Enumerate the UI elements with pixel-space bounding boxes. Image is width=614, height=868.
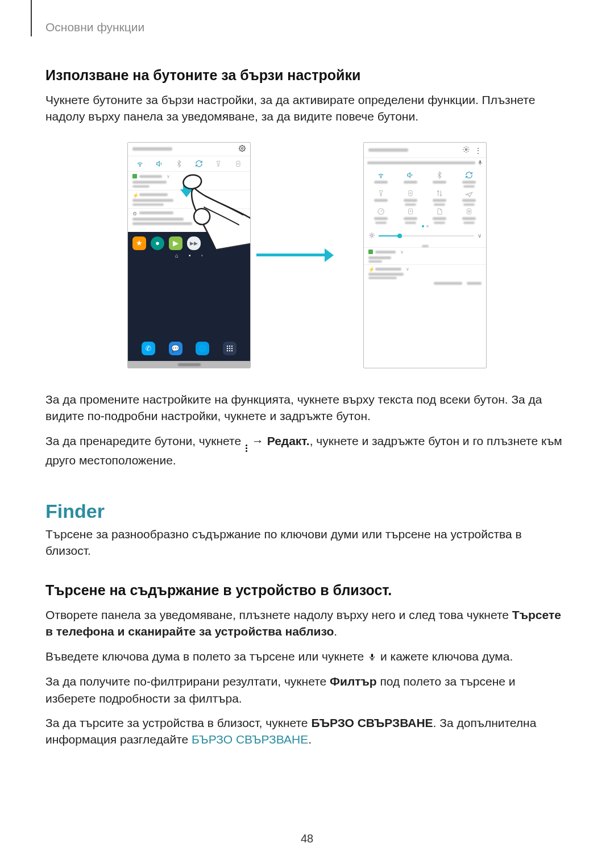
chevron-down-icon: ∨ [478, 232, 482, 239]
svg-point-11 [229, 350, 230, 351]
brightness-slider: ∨ [364, 229, 486, 243]
notif-footer [364, 281, 486, 286]
chat-icon: 💬 [169, 342, 182, 355]
wifi-icon [376, 171, 385, 180]
airplane-icon [464, 189, 474, 198]
text: Въведете ключова дума в полето за търсен… [45, 650, 367, 663]
volume-icon [156, 160, 164, 168]
section1-p2a: За да промените настройките на функцията… [45, 391, 569, 425]
text: . [334, 625, 337, 638]
phone-screenshot-2: ⋮ [363, 142, 487, 368]
footer-bar [128, 361, 250, 368]
app-icon: ● [151, 236, 164, 250]
page: Основни функции Използване на бутоните з… [0, 0, 614, 868]
browser-icon: 🌐 [196, 342, 209, 355]
share-icon [464, 207, 474, 216]
dock: ✆ 💬 🌐 [132, 338, 246, 361]
finder-p4: За да получите по-филтрирани резултати, … [45, 673, 569, 707]
page-number: 48 [0, 832, 614, 845]
wifi-icon [136, 160, 144, 168]
text: . [308, 733, 312, 746]
finder-title: Finder [45, 500, 569, 522]
bluelight-icon [406, 207, 415, 216]
notification-item: ⚡∨ [364, 264, 486, 281]
search-row [364, 158, 486, 168]
svg-point-9 [231, 348, 233, 349]
volume-icon [406, 171, 415, 180]
svg-point-6 [231, 346, 233, 347]
bolt-icon: ⚡ [132, 193, 137, 197]
edit-label: Редакт. [267, 434, 310, 447]
speed-icon [376, 207, 385, 216]
text: Отворете панела за уведомяване, плъзнете… [45, 608, 512, 621]
quick-connect-label: БЪРЗО СВЪРЗВАНЕ [311, 716, 433, 729]
more-icon: ⋮ [475, 147, 482, 155]
running-header: Основни функции [45, 0, 569, 34]
brightness-icon [368, 232, 375, 240]
svg-point-4 [227, 346, 228, 347]
svg-point-7 [227, 348, 228, 349]
svg-point-1 [140, 165, 140, 166]
notif-panel-header: ⋮ [364, 143, 486, 158]
brightness-link [422, 245, 429, 247]
chevron-down-icon: ∨ [406, 267, 409, 272]
finder-p5: За да търсите за устройства в близост, ч… [45, 715, 569, 748]
svg-rect-17 [409, 190, 412, 196]
rotate-icon [464, 171, 474, 180]
status-date [132, 147, 172, 151]
text: → [248, 434, 267, 447]
mic-icon [368, 652, 376, 666]
svg-point-15 [465, 148, 467, 150]
bluetooth-icon [435, 171, 444, 180]
app-icon: ★ [132, 236, 146, 250]
gear-icon [463, 147, 471, 155]
app-dot-icon [368, 250, 373, 254]
text: и кажете ключова дума. [377, 650, 513, 663]
pager [364, 224, 486, 229]
finder-subtitle: Търсене на съдържание в устройство в бли… [45, 582, 569, 599]
finder-p3: Въведете ключова дума в полето за търсен… [45, 648, 569, 666]
data-icon [435, 189, 444, 198]
section1-title: Използване на бутоните за бързи настройк… [45, 67, 569, 84]
svg-point-18 [410, 193, 411, 194]
text: За да търсите за устройства в близост, ч… [45, 716, 311, 729]
chevron-down-icon: ∨ [400, 250, 404, 255]
file-icon [435, 207, 444, 216]
filter-label: Филтър [330, 675, 377, 688]
app-dot-icon [132, 174, 137, 178]
apps-icon [223, 342, 237, 355]
finder-p1: Търсене за разнообразно съдържание по кл… [45, 526, 569, 559]
svg-point-23 [371, 234, 373, 236]
quick-settings-grid [364, 168, 486, 224]
notification-item: ∨ [364, 247, 486, 264]
illustration-row: ∨ ⚡ ⚙ ★ [45, 142, 569, 368]
powersave-icon [406, 189, 415, 198]
arrow-right-icon [256, 254, 325, 256]
svg-point-13 [182, 173, 202, 190]
phone-screenshot-1: ∨ ⚡ ⚙ ★ [127, 142, 251, 368]
quick-connect-link[interactable]: БЪРЗО СВЪРЗВАНЕ [192, 733, 308, 746]
flashlight-icon [376, 189, 385, 198]
search-placeholder [367, 161, 475, 164]
svg-point-16 [380, 177, 381, 177]
gear-icon: ⚙ [132, 211, 137, 215]
mic-icon [478, 159, 483, 167]
svg-point-5 [229, 346, 230, 347]
section1-p2b: За да пренаредите бутони, чукнете → Реда… [45, 433, 569, 468]
status-date [368, 148, 408, 152]
text: За да пренаредите бутони, чукнете [45, 434, 244, 447]
more-icon [246, 445, 247, 452]
svg-point-8 [229, 348, 230, 349]
svg-point-10 [227, 350, 228, 351]
finder-p2: Отворете панела за уведомяване, плъзнете… [45, 607, 569, 640]
phone-icon: ✆ [142, 342, 155, 355]
svg-point-21 [410, 210, 411, 211]
text: За да получите по-филтрирани резултати, … [45, 675, 330, 688]
bolt-icon: ⚡ [368, 267, 373, 271]
svg-point-12 [231, 350, 233, 351]
svg-point-0 [242, 147, 243, 149]
section1-p1: Чукнете бутоните за бързи настройки, за … [45, 92, 569, 125]
